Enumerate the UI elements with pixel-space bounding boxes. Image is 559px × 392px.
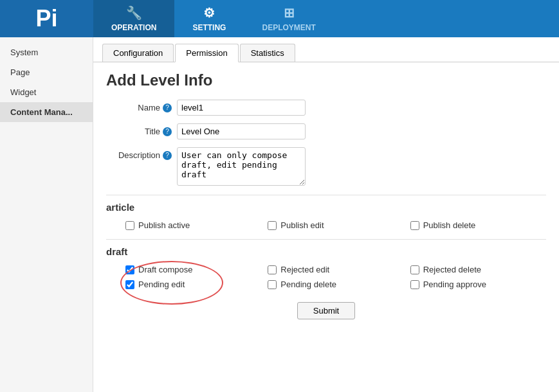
tab-statistics[interactable]: Statistics bbox=[240, 44, 295, 62]
sidebar-item-page[interactable]: Page bbox=[0, 62, 93, 82]
name-input[interactable] bbox=[177, 100, 306, 116]
rejected-delete-label: Rejected delete bbox=[423, 265, 481, 274]
name-help-icon[interactable]: ? bbox=[163, 103, 172, 112]
sidebar-item-widget[interactable]: Widget bbox=[0, 82, 93, 102]
main-content: Configuration Permission Statistics Add … bbox=[93, 37, 559, 392]
article-section-header: article bbox=[106, 195, 546, 213]
checkbox-pending-approve: Pending approve bbox=[410, 280, 546, 289]
nav-item-operation[interactable]: 🔧 OPERATION bbox=[93, 0, 174, 37]
draft-checkboxes: Draft compose Rejected edit Rejected del… bbox=[106, 262, 546, 292]
publish-edit-checkbox[interactable] bbox=[268, 221, 277, 230]
tab-permission[interactable]: Permission bbox=[175, 44, 238, 62]
draft-compose-label: Draft compose bbox=[138, 265, 193, 274]
checkbox-pending-delete: Pending delete bbox=[268, 280, 403, 289]
draft-compose-checkbox[interactable] bbox=[125, 265, 134, 274]
title-help-icon[interactable]: ? bbox=[163, 127, 172, 136]
nav-item-setting[interactable]: ⚙ SETTING bbox=[174, 0, 244, 37]
pending-delete-label: Pending delete bbox=[280, 280, 336, 289]
pending-approve-label: Pending approve bbox=[423, 280, 486, 289]
layout: System Page Widget Content Mana... Confi… bbox=[0, 37, 559, 392]
description-label: Description ? bbox=[106, 147, 177, 160]
checkbox-pending-edit: Pending edit bbox=[125, 280, 261, 289]
title-input[interactable] bbox=[177, 123, 306, 139]
pending-edit-label: Pending edit bbox=[138, 280, 185, 289]
tab-configuration[interactable]: Configuration bbox=[102, 44, 174, 62]
description-row: Description ? User can only compose draf… bbox=[106, 147, 546, 186]
checkbox-publish-active: Publish active bbox=[125, 220, 261, 230]
tabs-bar: Configuration Permission Statistics bbox=[93, 37, 559, 62]
pending-delete-checkbox[interactable] bbox=[268, 280, 277, 289]
publish-active-label: Publish active bbox=[138, 220, 190, 230]
publish-delete-label: Publish delete bbox=[423, 220, 476, 230]
rejected-delete-checkbox[interactable] bbox=[410, 265, 419, 274]
gear-icon: ⚙ bbox=[203, 5, 215, 21]
submit-button[interactable]: Submit bbox=[297, 302, 355, 319]
publish-active-checkbox[interactable] bbox=[125, 221, 134, 230]
wrench-icon: 🔧 bbox=[126, 5, 142, 21]
rejected-edit-label: Rejected edit bbox=[280, 265, 329, 274]
checkbox-draft-compose: Draft compose bbox=[125, 265, 261, 274]
checkbox-publish-edit: Publish edit bbox=[268, 220, 403, 230]
grid-icon: ⊞ bbox=[284, 5, 295, 21]
checkbox-rejected-delete: Rejected delete bbox=[410, 265, 546, 274]
article-checkboxes: Publish active Publish edit Publish dele… bbox=[106, 218, 546, 233]
sidebar-item-content-mana[interactable]: Content Mana... bbox=[0, 102, 93, 122]
pending-edit-checkbox[interactable] bbox=[125, 280, 134, 289]
name-label: Name ? bbox=[106, 100, 177, 112]
description-help-icon[interactable]: ? bbox=[163, 151, 172, 160]
description-input[interactable]: User can only compose draft, edit pendin… bbox=[177, 147, 306, 186]
name-row: Name ? bbox=[106, 100, 546, 116]
nav-items: 🔧 OPERATION ⚙ SETTING ⊞ DEPLOYMENT bbox=[93, 0, 334, 37]
checkbox-publish-delete: Publish delete bbox=[410, 220, 546, 230]
draft-section-header: draft bbox=[106, 239, 546, 257]
form-area: Add Level Info Name ? Title ? bbox=[93, 62, 559, 335]
publish-edit-label: Publish edit bbox=[280, 220, 324, 230]
title-label: Title ? bbox=[106, 123, 177, 136]
rejected-edit-checkbox[interactable] bbox=[268, 265, 277, 274]
nav-item-deployment[interactable]: ⊞ DEPLOYMENT bbox=[244, 0, 333, 37]
publish-delete-checkbox[interactable] bbox=[410, 221, 419, 230]
pending-approve-checkbox[interactable] bbox=[410, 280, 419, 289]
sidebar-item-system[interactable]: System bbox=[0, 42, 93, 62]
logo: Pi bbox=[0, 0, 93, 37]
title-row: Title ? bbox=[106, 123, 546, 139]
top-nav: Pi 🔧 OPERATION ⚙ SETTING ⊞ DEPLOYMENT bbox=[0, 0, 559, 37]
sidebar: System Page Widget Content Mana... bbox=[0, 37, 93, 392]
page-title: Add Level Info bbox=[106, 71, 546, 89]
checkbox-rejected-edit: Rejected edit bbox=[268, 265, 403, 274]
submit-row: Submit bbox=[106, 302, 546, 326]
